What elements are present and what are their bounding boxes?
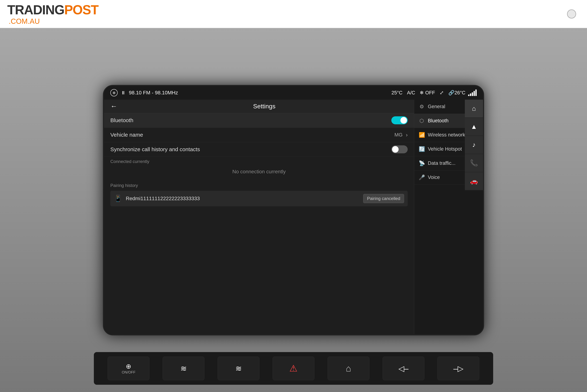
radio-station-label: 98.10 FM - 98.10MHz — [129, 90, 178, 96]
settings-item-bluetooth[interactable]: Bluetooth — [104, 113, 414, 128]
floating-actions: ⌂ ▲ ♪ 📞 🚗 — [465, 100, 483, 190]
sidebar-label-voice: Voice — [428, 174, 440, 180]
signal-bars — [468, 90, 477, 96]
signal-bar-4 — [474, 91, 475, 96]
connected-label: Connected currently — [110, 159, 408, 164]
status-center: 25°C A/C ❄ OFF ⤢ 🔗 — [392, 90, 454, 96]
volume-down-button[interactable]: ◁– — [382, 356, 424, 380]
car-fab-button[interactable]: 🚗 — [465, 172, 483, 190]
physical-buttons-bar: ⊕ ON/OFF ≋ ≋ ⚠ ⌂ ◁– –▷ — [94, 352, 493, 385]
settings-item-vehicle-name[interactable]: Vehicle name MG › — [104, 128, 414, 142]
sync-toggle[interactable] — [391, 145, 408, 153]
gear-icon: ⚙ — [419, 104, 424, 110]
vehicle-name-label: Vehicle name — [110, 132, 394, 138]
wifi-icon: 📶 — [419, 132, 424, 138]
sidebar-label-hotspot: Vehicle Hotspot — [428, 146, 462, 152]
status-bar: ⊕ ⏸ 98.10 FM - 98.10MHz 25°C A/C ❄ OFF ⤢… — [104, 86, 483, 100]
connected-section: Connected currently No connection curren… — [104, 157, 414, 179]
bluetooth-icon: ⬡ — [419, 118, 424, 124]
settings-item-sync[interactable]: Synchronize call history and contacts — [104, 142, 414, 157]
settings-list: Bluetooth Vehicle name MG › Synchronize … — [104, 113, 414, 334]
settings-header: ← Settings — [104, 100, 414, 113]
device-name: Redmi111111122222223333333 — [126, 196, 363, 202]
sync-toggle-knob — [392, 146, 398, 153]
fan-label: ❄ OFF — [420, 90, 435, 96]
logo-com: .COM.AU — [9, 17, 98, 26]
home-fab-button[interactable]: ⌂ — [465, 100, 483, 118]
logo-trading: TRADINGPOST — [7, 2, 98, 17]
status-left: ⊕ ⏸ 98.10 FM - 98.10MHz — [110, 89, 392, 96]
sidebar-label-general: General — [428, 104, 445, 110]
temp-label: 25°C — [392, 90, 402, 96]
bluetooth-label: Bluetooth — [110, 117, 391, 124]
signal-bar-3 — [472, 92, 473, 96]
header-right-icon — [567, 10, 576, 18]
bluetooth-toggle[interactable] — [391, 116, 408, 124]
ac-label: A/C — [407, 90, 415, 96]
back-button[interactable]: ← — [110, 102, 117, 110]
heat-rear-button[interactable]: ≋ — [218, 356, 260, 380]
pairing-device-row[interactable]: 📱 Redmi111111122222223333333 Pairing can… — [110, 191, 408, 206]
pairing-section: Pairing history 📱 Redmi11111112222222333… — [104, 179, 414, 208]
heat-front-icon: ≋ — [180, 364, 187, 373]
hotspot-icon: 🔄 — [419, 146, 424, 152]
header-bar: TRADINGPOST .COM.AU — [0, 0, 587, 28]
connect-icon1: ⤢ — [440, 90, 444, 96]
sidebar-label-bluetooth: Bluetooth — [428, 118, 448, 124]
device-phone-icon: 📱 — [114, 195, 122, 202]
heat-front-button[interactable]: ≋ — [163, 356, 204, 380]
screen-content: ← Settings Bluetooth Vehicle name — [104, 100, 483, 334]
logo: TRADINGPOST .COM.AU — [7, 2, 98, 26]
pairing-status-button[interactable]: Pairing cancelled — [363, 194, 404, 203]
signal-bar-2 — [470, 94, 471, 96]
home-icon: ⌂ — [346, 363, 351, 374]
vehicle-name-value: MG — [394, 132, 402, 138]
pairing-label: Pairing history — [110, 183, 408, 188]
music-fab-button[interactable]: ♪ — [465, 136, 483, 154]
connect-icon2: 🔗 — [448, 90, 454, 96]
data-traffic-icon: 📡 — [419, 160, 424, 166]
main-panel: ← Settings Bluetooth Vehicle name — [104, 100, 414, 334]
hazard-button[interactable]: ⚠ — [273, 356, 314, 380]
infotainment-screen: ⊕ ⏸ 98.10 FM - 98.10MHz 25°C A/C ❄ OFF ⤢… — [103, 85, 484, 336]
heat-rear-icon: ≋ — [236, 364, 242, 373]
volume-up-icon: –▷ — [454, 364, 464, 373]
signal-bar-1 — [468, 94, 470, 96]
settings-title: Settings — [121, 103, 408, 110]
volume-up-button[interactable]: –▷ — [438, 356, 479, 380]
sidebar-label-data-traffic: Data traffic... — [428, 160, 456, 166]
no-connection-text: No connection currently — [110, 165, 408, 178]
temp-right-label: 26°C — [454, 90, 466, 96]
home-physical-button[interactable]: ⌂ — [328, 356, 369, 380]
car-context: ⊕ ⏸ 98.10 FM - 98.10MHz 25°C A/C ❄ OFF ⤢… — [0, 28, 587, 392]
on-off-button[interactable]: ⊕ ON/OFF — [108, 356, 150, 380]
radio-pause-icon: ⏸ — [121, 90, 126, 96]
vehicle-name-chevron-icon: › — [406, 132, 408, 138]
voice-icon: 🎤 — [419, 174, 424, 180]
phone-fab-button[interactable]: 📞 — [465, 154, 483, 172]
volume-down-icon: ◁– — [398, 364, 408, 373]
bluetooth-status-icon: ⊕ — [110, 89, 118, 96]
bluetooth-toggle-knob — [400, 117, 407, 124]
sync-label: Synchronize call history and contacts — [110, 146, 391, 152]
hazard-warning-icon: ⚠ — [289, 363, 298, 374]
signal-bar-5 — [475, 90, 477, 96]
navigation-fab-button[interactable]: ▲ — [465, 118, 483, 136]
sidebar-label-wireless: Wireless network — [428, 132, 465, 138]
status-right: 26°C — [454, 90, 477, 96]
